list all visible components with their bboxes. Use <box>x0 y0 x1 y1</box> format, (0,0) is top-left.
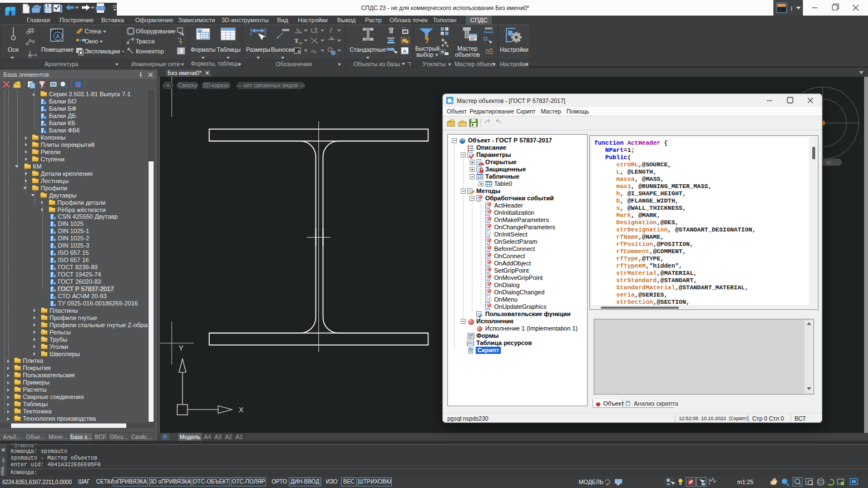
svg-text:i: i <box>791 4 793 12</box>
svg-text:Y: Y <box>179 344 184 352</box>
svg-text:A: A <box>314 27 317 31</box>
svg-text:A: A <box>403 48 407 54</box>
svg-text:A: A <box>56 33 60 40</box>
svg-text:сп: сп <box>298 41 303 45</box>
svg-text:X: X <box>239 406 244 414</box>
svg-text:2: 2 <box>76 81 80 88</box>
